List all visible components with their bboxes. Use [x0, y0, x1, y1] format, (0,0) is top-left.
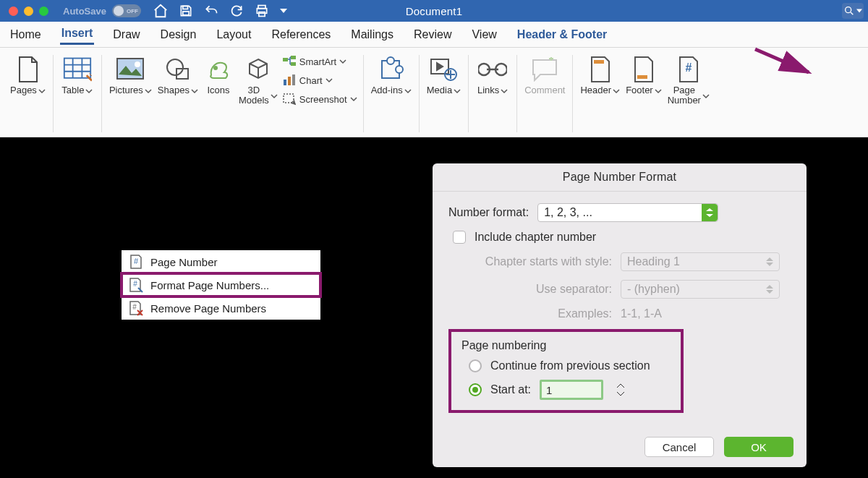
number-format-value: 1, 2, 3, ... [544, 206, 592, 219]
examples-value: 1-1, 1-A [621, 307, 662, 320]
start-at-input[interactable]: 1 [540, 380, 603, 400]
3d-models-button[interactable]: 3D Models [236, 51, 281, 137]
svg-point-24 [387, 57, 394, 64]
chevron-down-icon [191, 88, 198, 95]
window-close-button[interactable] [9, 7, 18, 16]
tab-references[interactable]: References [270, 25, 332, 44]
shapes-button[interactable]: Shapes [155, 51, 201, 137]
start-at-stepper[interactable] [616, 383, 628, 396]
smartart-icon [282, 55, 297, 68]
icons-button[interactable]: Icons [201, 51, 236, 137]
chevron-down-icon [339, 58, 346, 65]
footer-button[interactable]: Footer [623, 51, 665, 137]
annotation-arrow [752, 46, 817, 86]
svg-rect-18 [291, 56, 296, 59]
svg-rect-29 [594, 60, 604, 64]
illustration-mini-group: SmartArt Chart Screenshot [281, 51, 359, 137]
chevron-down-icon [326, 77, 333, 84]
screenshot-button[interactable]: Screenshot [281, 91, 359, 107]
include-chapter-checkbox[interactable] [453, 231, 466, 244]
format-page-number-icon: # [129, 278, 143, 292]
stepper-icon [766, 255, 776, 269]
tab-insert[interactable]: Insert [60, 24, 95, 45]
chevron-down-icon [655, 88, 662, 95]
icons-label: Icons [207, 85, 229, 97]
save-icon[interactable] [179, 4, 193, 18]
tab-draw[interactable]: Draw [111, 25, 141, 44]
pages-button[interactable]: Pages [7, 51, 48, 137]
title-bar: AutoSave OFF Document1 [0, 0, 868, 22]
autosave-toggle[interactable]: AutoSave OFF [63, 4, 141, 17]
smartart-button[interactable]: SmartArt [281, 54, 359, 69]
radio-continue[interactable] [469, 359, 482, 372]
svg-rect-12 [117, 59, 143, 79]
tab-mailings[interactable]: Mailings [349, 25, 395, 44]
svg-rect-0 [183, 6, 188, 9]
svg-text:#: # [134, 257, 139, 265]
comment-label: Comment [524, 85, 565, 97]
window-zoom-button[interactable] [39, 7, 48, 16]
tab-layout[interactable]: Layout [215, 25, 252, 44]
menu-item-label: Page Number [150, 256, 218, 268]
pictures-label: Pictures [109, 85, 143, 97]
svg-point-25 [396, 66, 403, 73]
dialog-title: Page Number Format [433, 163, 807, 192]
menu-item-label: Remove Page Numbers [150, 302, 266, 315]
chart-button[interactable]: Chart [281, 72, 359, 88]
pictures-button[interactable]: Pictures [106, 51, 155, 137]
menu-item-page-number[interactable]: # Page Number [122, 250, 320, 273]
chevron-up-icon [616, 383, 625, 389]
links-button[interactable]: Links [473, 51, 512, 137]
chevron-down-icon [404, 88, 412, 95]
comment-button[interactable]: Comment [522, 51, 568, 137]
chart-icon [282, 74, 297, 87]
redo-icon[interactable] [229, 4, 244, 18]
home-icon[interactable] [153, 3, 169, 19]
autosave-switch[interactable]: OFF [112, 4, 141, 17]
svg-rect-21 [288, 77, 291, 85]
include-chapter-label: Include chapter number [475, 231, 596, 244]
radio-start-at[interactable] [469, 383, 482, 396]
select-dropdown-icon [702, 204, 718, 221]
svg-line-6 [755, 49, 809, 72]
tab-home[interactable]: Home [9, 25, 43, 44]
chevron-down-icon [501, 88, 508, 95]
number-format-select[interactable]: 1, 2, 3, ... [537, 203, 718, 222]
media-button[interactable]: Media [424, 51, 464, 137]
svg-point-14 [167, 59, 183, 75]
page-numbering-heading: Page numbering [461, 339, 671, 352]
header-label: Header [580, 85, 611, 97]
ok-button[interactable]: OK [724, 437, 793, 457]
svg-point-5 [846, 7, 851, 13]
page-number-format-dialog: Page Number Format Number format: 1, 2, … [433, 163, 807, 467]
header-button[interactable]: Header [577, 51, 623, 137]
start-at-label: Start at: [490, 383, 531, 396]
svg-text:#: # [133, 280, 137, 288]
chapter-style-value: Heading 1 [627, 255, 680, 268]
tab-view[interactable]: View [470, 25, 498, 44]
print-icon[interactable] [254, 4, 270, 18]
autosave-switch-text: OFF [127, 8, 138, 14]
search-button[interactable] [842, 3, 864, 19]
addins-label: Add-ins [371, 85, 403, 97]
menu-item-format-page-numbers[interactable]: # Format Page Numbers... [122, 273, 320, 296]
separator-label: Use separator: [460, 283, 612, 296]
examples-label: Examples: [460, 307, 612, 320]
cancel-button[interactable]: Cancel [644, 437, 714, 457]
table-button[interactable]: Table [58, 51, 97, 137]
page-number-button[interactable]: # Page Number [665, 51, 712, 137]
addins-button[interactable]: Add-ins [368, 51, 414, 137]
undo-icon[interactable] [203, 4, 219, 18]
screenshot-icon [282, 93, 297, 106]
chevron-down-icon [613, 88, 620, 95]
window-minimize-button[interactable] [24, 7, 33, 16]
ribbon: Pages Table Pictures Shapes Icons 3D Mod… [0, 48, 868, 137]
menu-item-label: Format Page Numbers... [150, 279, 269, 291]
menu-item-remove-page-numbers[interactable]: # Remove Page Numbers [122, 296, 320, 320]
tab-header-footer[interactable]: Header & Footer [516, 25, 608, 44]
ribbon-tabs: Home Insert Draw Design Layout Reference… [0, 22, 868, 48]
tab-review[interactable]: Review [412, 25, 453, 44]
qat-more-icon[interactable] [280, 7, 287, 14]
page-numbering-highlight: Page numbering Continue from previous se… [448, 329, 684, 413]
tab-design[interactable]: Design [159, 25, 198, 44]
